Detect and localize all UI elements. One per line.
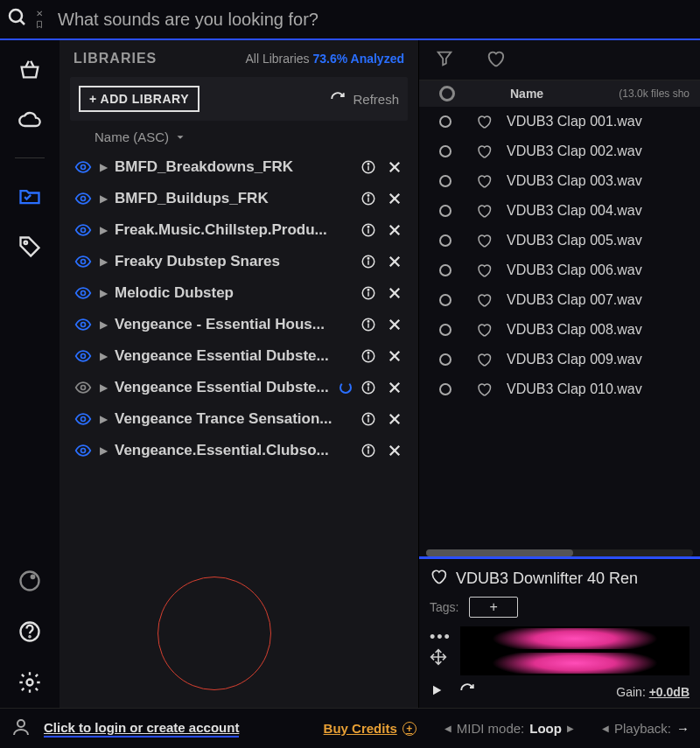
buy-credits-link[interactable]: Buy Credits + — [324, 721, 416, 736]
library-item[interactable]: ▶ Melodic Dubstep — [70, 277, 408, 309]
visibility-toggle-icon[interactable] — [74, 221, 93, 239]
play-button[interactable] — [430, 683, 444, 700]
loop-button[interactable] — [459, 682, 475, 701]
expand-icon[interactable]: ▶ — [100, 413, 108, 425]
select-circle[interactable] — [430, 264, 461, 276]
info-icon[interactable] — [359, 348, 378, 364]
expand-icon[interactable]: ▶ — [100, 318, 108, 331]
waveform-display[interactable] — [460, 626, 690, 675]
close-search-icon[interactable]: ✕ — [36, 9, 43, 18]
info-icon[interactable] — [359, 443, 378, 458]
info-icon[interactable] — [359, 380, 378, 395]
remove-icon[interactable] — [385, 159, 404, 175]
visibility-toggle-icon[interactable] — [74, 284, 93, 302]
basket-icon[interactable] — [17, 56, 43, 82]
preview-favorite-icon[interactable] — [430, 568, 447, 590]
visibility-toggle-icon[interactable] — [74, 379, 93, 396]
gear-icon[interactable] — [17, 669, 43, 696]
favorite-icon[interactable] — [465, 114, 503, 129]
remove-icon[interactable] — [385, 222, 404, 238]
sort-selector[interactable]: Name (ASC) — [70, 121, 408, 151]
visibility-toggle-icon[interactable] — [74, 253, 93, 270]
expand-icon[interactable]: ▶ — [100, 255, 108, 268]
favorite-icon[interactable] — [465, 322, 503, 338]
select-circle[interactable] — [430, 205, 461, 217]
visibility-toggle-icon[interactable] — [74, 190, 93, 207]
select-circle[interactable] — [430, 115, 461, 128]
search-input[interactable] — [51, 10, 693, 30]
file-row[interactable]: VDUB3 Clap 001.wav — [419, 107, 700, 136]
library-item[interactable]: ▶ BMFD_Breakdowns_FRK — [70, 151, 408, 183]
cloud-icon[interactable] — [17, 107, 43, 133]
select-all-circle[interactable] — [439, 86, 455, 101]
select-circle[interactable] — [430, 353, 461, 366]
remove-icon[interactable] — [385, 317, 404, 332]
library-item[interactable]: ▶ Freaky Dubstep Snares — [70, 246, 408, 277]
library-item[interactable]: ▶ Vengeance - Essential Hous... — [70, 309, 408, 340]
gauge-icon[interactable] — [17, 568, 43, 594]
info-icon[interactable] — [359, 411, 378, 427]
visibility-toggle-icon[interactable] — [74, 347, 93, 365]
expand-icon[interactable]: ▶ — [100, 381, 108, 394]
remove-icon[interactable] — [385, 411, 404, 427]
visibility-toggle-icon[interactable] — [74, 316, 93, 333]
library-item[interactable]: ▶ Vengeance Essential Dubste... — [70, 340, 408, 372]
midi-mode-control[interactable]: ◀ MIDI mode: Loop ▶ — [444, 721, 574, 736]
visibility-toggle-icon[interactable] — [74, 442, 93, 459]
expand-icon[interactable]: ▶ — [100, 287, 108, 299]
file-row[interactable]: VDUB3 Clap 010.wav — [419, 374, 700, 404]
file-row[interactable]: VDUB3 Clap 009.wav — [419, 345, 700, 374]
gain-control[interactable]: Gain: +0.0dB — [616, 685, 690, 699]
folder-icon[interactable] — [17, 183, 43, 209]
library-item[interactable]: ▶ BMFD_Buildups_FRK — [70, 183, 408, 214]
add-library-button[interactable]: + ADD LIBRARY — [79, 86, 200, 112]
bookmark-icon[interactable] — [35, 20, 44, 31]
expand-icon[interactable]: ▶ — [100, 350, 108, 362]
favorite-icon[interactable] — [465, 173, 503, 189]
more-options-icon[interactable]: ••• — [430, 633, 452, 641]
name-column-header[interactable]: Name — [465, 87, 619, 101]
favorite-icon[interactable] — [465, 203, 503, 219]
expand-icon[interactable]: ▶ — [100, 444, 108, 457]
file-row[interactable]: VDUB3 Clap 003.wav — [419, 166, 700, 196]
file-row[interactable]: VDUB3 Clap 002.wav — [419, 136, 700, 166]
search-icon[interactable] — [7, 7, 28, 31]
file-row[interactable]: VDUB3 Clap 007.wav — [419, 285, 700, 315]
horizontal-scrollbar[interactable] — [426, 549, 693, 556]
move-icon[interactable] — [430, 648, 452, 669]
add-tag-button[interactable]: + — [469, 597, 517, 618]
library-item[interactable]: ▶ Vengeance Trance Sensation... — [70, 403, 408, 435]
select-circle[interactable] — [430, 324, 461, 336]
file-row[interactable]: VDUB3 Clap 006.wav — [419, 255, 700, 285]
info-icon[interactable] — [359, 317, 378, 332]
library-item[interactable]: ▶ Freak.Music.Chillstep.Produ... — [70, 214, 408, 246]
favorite-icon[interactable] — [465, 233, 503, 248]
info-icon[interactable] — [359, 159, 378, 175]
favorite-icon[interactable] — [465, 381, 503, 397]
file-row[interactable]: VDUB3 Clap 008.wav — [419, 315, 700, 345]
library-item[interactable]: ▶ Vengeance Essential Dubste... — [70, 372, 408, 403]
remove-icon[interactable] — [385, 380, 404, 395]
filter-icon[interactable] — [435, 49, 454, 72]
info-icon[interactable] — [359, 285, 378, 301]
file-row[interactable]: VDUB3 Clap 005.wav — [419, 226, 700, 255]
favorite-icon[interactable] — [465, 262, 503, 278]
select-circle[interactable] — [430, 175, 461, 187]
select-circle[interactable] — [430, 234, 461, 247]
select-circle[interactable] — [430, 383, 461, 395]
favorite-icon[interactable] — [465, 292, 503, 308]
expand-icon[interactable]: ▶ — [100, 224, 108, 236]
remove-icon[interactable] — [385, 285, 404, 301]
info-icon[interactable] — [359, 191, 378, 206]
favorite-filter-icon[interactable] — [486, 49, 505, 72]
info-icon[interactable] — [359, 254, 378, 269]
remove-icon[interactable] — [385, 348, 404, 364]
remove-icon[interactable] — [385, 191, 404, 206]
user-icon[interactable] — [10, 717, 32, 740]
favorite-icon[interactable] — [465, 352, 503, 367]
remove-icon[interactable] — [385, 254, 404, 269]
refresh-button[interactable]: Refresh — [330, 91, 399, 107]
remove-icon[interactable] — [385, 443, 404, 458]
playback-mode-control[interactable]: ◀ Playback: → — [602, 721, 690, 736]
select-circle[interactable] — [430, 145, 461, 157]
